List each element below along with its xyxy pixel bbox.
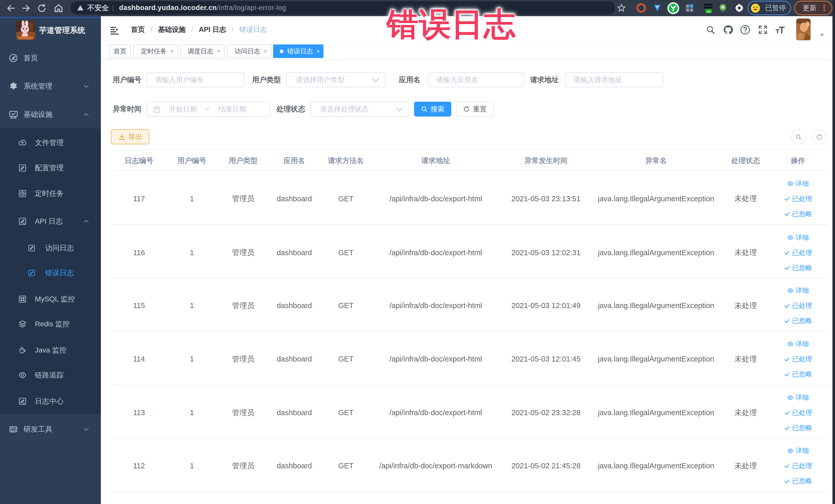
svg-text:on: on <box>707 10 711 13</box>
